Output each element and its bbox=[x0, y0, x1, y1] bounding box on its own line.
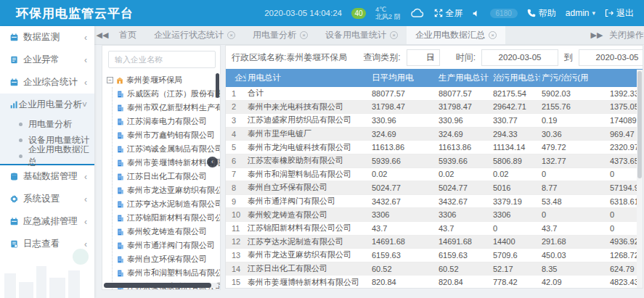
date-to-input[interactable] bbox=[579, 49, 643, 66]
to-label: 到 bbox=[564, 51, 573, 64]
cell-value: 11613.86 bbox=[437, 143, 492, 152]
close-operations-button[interactable]: 关闭操作 bbox=[609, 29, 644, 41]
tab-用电量分析[interactable]: 用电量分析× bbox=[244, 26, 317, 44]
cell-value: 60.52 bbox=[370, 265, 437, 273]
tree-hscroll-thumb[interactable] bbox=[104, 283, 211, 288]
tab-首页[interactable]: 首页 bbox=[110, 26, 145, 44]
logout-button[interactable]: 退出 bbox=[605, 7, 634, 20]
tree-node-泰州蛟龙铸造有限公司[interactable]: 泰州蛟龙铸造有限公司 bbox=[117, 225, 220, 239]
close-tab-icon[interactable]: × bbox=[390, 31, 398, 39]
row-number: 10 bbox=[226, 210, 246, 219]
cell-value: 42.09 bbox=[540, 278, 608, 286]
cell-value: 5806.89 bbox=[492, 157, 540, 165]
building-icon bbox=[117, 256, 124, 263]
tree-node-泰州自立环保有限公司[interactable]: 泰州自立环保有限公司 bbox=[117, 252, 220, 266]
company-search-input[interactable] bbox=[108, 51, 216, 68]
building-icon bbox=[117, 173, 124, 181]
tree-node-泰州市万鑫钧钼有限公司[interactable]: 泰州市万鑫钧钼有限公司 bbox=[117, 128, 220, 142]
sidebar-item-应急减排管理[interactable]: 应急减排管理‹ bbox=[0, 210, 94, 233]
tree-node-label: 泰州市万鑫钧钼有限公司 bbox=[127, 130, 215, 141]
cell-company-name: 合计 bbox=[246, 88, 370, 99]
sidebar-item-数据监测[interactable]: 数据监测‹ bbox=[0, 26, 94, 49]
tree-node-江苏日出化工有限公司[interactable]: 江苏日出化工有限公司 bbox=[117, 170, 220, 183]
sidebar-item-label: 企业异常 bbox=[23, 54, 84, 66]
sidebar-item-基础数据管理[interactable]: 基础数据管理‹ bbox=[0, 165, 94, 188]
tree-node-泰州市龙达亚麻纺织有限公司[interactable]: 泰州市龙达亚麻纺织有限公司 bbox=[117, 183, 220, 197]
cell-value: 324.69 bbox=[370, 130, 437, 138]
tab-企业运行状态统计[interactable]: 企业运行状态统计× bbox=[145, 26, 244, 44]
cell-company-name: 泰州市通洋阀门有限公司 bbox=[246, 196, 370, 207]
cell-value: 11134.14 bbox=[492, 143, 540, 152]
tree-node-泰州市姜堰博特新材料有限公司[interactable]: 泰州市姜堰博特新材料有限公司 bbox=[117, 156, 220, 170]
table-row: 11江苏锦阳新材料有限公司公司43.743.7043.70 bbox=[226, 222, 643, 236]
tab-label: 用电量分析 bbox=[253, 29, 296, 41]
cell-value: 8.77 bbox=[540, 183, 608, 192]
cloud-icon bbox=[410, 8, 425, 18]
cell-company-name: 泰州市龙沟电镀科技有限公司 bbox=[246, 142, 370, 153]
tree-expander-icon[interactable]: − bbox=[107, 77, 113, 83]
sidebar-subitem-企业用电数据汇总[interactable]: 企业用电数据汇总 bbox=[0, 148, 94, 164]
tree-node-乐威医药（江苏）股份有限公司[interactable]: 乐威医药（江苏）股份有限公司 bbox=[117, 87, 220, 101]
tree-node-泰州市双亿新型材料生产有限公司[interactable]: 泰州市双亿新型材料生产有限公司 bbox=[117, 101, 220, 115]
tree-node-江苏润泰电力有限公司[interactable]: 江苏润泰电力有限公司 bbox=[117, 115, 220, 128]
tree-node-江苏鸿诚金属制品有限公司[interactable]: 江苏鸿诚金属制品有限公司 bbox=[117, 142, 220, 156]
help-button[interactable]: 帮助 bbox=[527, 7, 556, 20]
close-tab-icon[interactable]: × bbox=[227, 31, 235, 39]
tab-bar: ◀◀ 首页企业运行状态统计×用电量分析×设备用电量统计×企业用电数据汇总× ▶▶… bbox=[94, 26, 644, 45]
sidebar-subitem-label: 企业用电数据汇总 bbox=[28, 144, 94, 168]
tree-horizontal-scrollbar bbox=[104, 283, 219, 288]
close-tab-icon[interactable]: × bbox=[300, 31, 308, 39]
tree-node-label: 泰州市双亿新型材料生产有限公司 bbox=[127, 102, 221, 113]
scroll-tabs-right-icon[interactable]: ▶▶ bbox=[589, 30, 605, 40]
sidebar-subitem-用电量分析[interactable]: 用电量分析 bbox=[0, 116, 94, 132]
building-icon bbox=[117, 160, 124, 167]
row-number: 8 bbox=[226, 183, 246, 192]
cell-value: 5016 bbox=[492, 183, 540, 192]
speaker-mute-icon[interactable] bbox=[473, 9, 481, 17]
calendar-icon bbox=[10, 33, 23, 41]
cell-value: 5024.77 bbox=[437, 183, 492, 192]
sidebar-item-label: 基础数据管理 bbox=[23, 170, 84, 183]
tree-root-泰州姜堰环保局[interactable]: −泰州姜堰环保局 bbox=[107, 73, 220, 87]
chevron-left-icon: ‹ bbox=[84, 55, 87, 65]
collapse-tree-button[interactable]: ‹ bbox=[207, 157, 218, 167]
cell-value: 0.19 bbox=[540, 116, 608, 125]
sidebar-group: 企业异常‹ bbox=[0, 49, 94, 71]
cell-value: 43.7 bbox=[540, 224, 608, 233]
tree-node-泰州市和润塑料制品有限公司[interactable]: 泰州市和润塑料制品有限公司 bbox=[117, 266, 220, 280]
calendar-icon bbox=[10, 218, 23, 225]
chevron-down-icon: ˅ bbox=[82, 100, 87, 110]
fullscreen-button[interactable]: 全屏 bbox=[434, 7, 463, 20]
tree-vertical-scrollbar[interactable] bbox=[216, 73, 219, 98]
tab-设备用电量统计[interactable]: 设备用电量统计× bbox=[317, 26, 407, 44]
cell-company-name: 泰州市龙达亚麻纺织有限公司 bbox=[246, 249, 370, 260]
chevron-down-icon: ▾ bbox=[592, 9, 595, 17]
scroll-tabs-left-icon[interactable]: ◀◀ bbox=[94, 26, 110, 44]
cell-value: 60.52 bbox=[437, 265, 492, 273]
sidebar-item-企业异常[interactable]: 企业异常‹ bbox=[0, 49, 94, 71]
bar-chart-icon bbox=[10, 101, 18, 109]
table-vscroll-thumb[interactable] bbox=[637, 71, 642, 178]
building-icon bbox=[117, 187, 124, 194]
sidebar-item-企业用电量分析[interactable]: 企业用电量分析˅ bbox=[0, 94, 94, 116]
calendar-icon bbox=[10, 78, 23, 86]
tree-node-江苏锦阳新材料有限公司公司[interactable]: 江苏锦阳新材料有限公司公司 bbox=[117, 211, 220, 225]
building-icon bbox=[117, 215, 124, 222]
sidebar-item-日志查看[interactable]: 日志查看‹ bbox=[0, 233, 94, 255]
table-row: 12江苏亨达水泥制造有限公司14691.6814691.6814400291.6… bbox=[226, 236, 643, 249]
sidebar-item-系统设置[interactable]: 系统设置‹ bbox=[0, 188, 94, 210]
cell-value: 132.77 bbox=[540, 157, 608, 165]
close-tab-icon[interactable]: × bbox=[489, 31, 497, 39]
user-menu[interactable]: admin▾ bbox=[566, 8, 595, 18]
cell-value: 2155.76 bbox=[540, 102, 608, 111]
query-type-select[interactable]: 日 ▼ bbox=[407, 49, 440, 66]
cell-value: 778.42 bbox=[492, 278, 540, 286]
sidebar-item-企业综合统计[interactable]: 企业综合统计‹ bbox=[0, 71, 94, 94]
fullscreen-icon bbox=[434, 9, 443, 17]
cell-value: 0 bbox=[540, 210, 608, 219]
tree-node-江苏亨达水泥制造有限公司[interactable]: 江苏亨达水泥制造有限公司 bbox=[117, 197, 220, 211]
tab-企业用电数据汇总[interactable]: 企业用电数据汇总× bbox=[407, 26, 505, 44]
row-number: 2 bbox=[226, 102, 246, 111]
date-from-input[interactable] bbox=[481, 49, 558, 66]
tree-node-泰州市通洋阀门有限公司[interactable]: 泰州市通洋阀门有限公司 bbox=[117, 239, 220, 252]
